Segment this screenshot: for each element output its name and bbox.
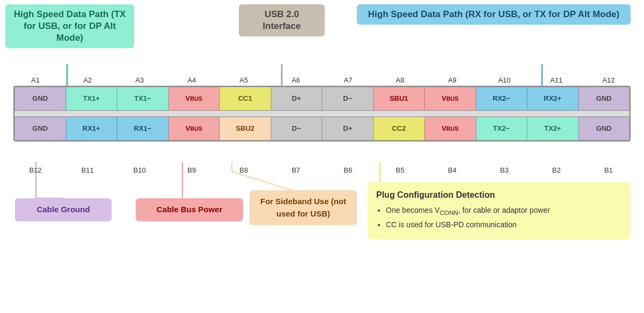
plug-bullet: One becomes VCONN, for cable or adaptor …	[386, 205, 622, 217]
top-pins-row: GNDTX1+TX1−VBUSCC1D+D−SBU1VBUSRX2−RX2+GN…	[14, 87, 630, 110]
pin-cell-bottom: D−	[271, 117, 323, 140]
pin-label-top: A9	[430, 76, 474, 84]
pin-label-bottom: B10	[118, 166, 162, 174]
sideband-box: For Sideband Use (not used for USB)	[250, 190, 357, 225]
pin-cell-bottom: VBUS	[169, 117, 220, 140]
connector-block: GNDTX1+TX1−VBUSCC1D+D−SBU1VBUSRX2−RX2+GN…	[13, 86, 631, 141]
pin-cell-bottom: SBU2	[219, 117, 271, 140]
pin-label-top: A2	[65, 76, 109, 84]
pin-cell-top: D+	[271, 87, 323, 110]
pin-cell-top: SBU1	[374, 87, 425, 110]
plug-config-title: Plug Configuration Detection	[376, 189, 622, 202]
pin-label-top: A4	[170, 76, 214, 84]
pin-label-bottom: B1	[587, 166, 631, 174]
pin-label-top: A7	[326, 76, 370, 84]
pin-cell-bottom: RX1−	[117, 117, 169, 140]
pin-cell-bottom: TX2+	[527, 117, 579, 140]
pin-cell-top: TX1−	[117, 87, 169, 110]
pin-label-top: A6	[274, 76, 318, 84]
pin-cell-top: TX1+	[66, 87, 118, 110]
top-label-right: High Speed Data Path (RX for USB, or TX …	[357, 4, 631, 25]
pin-label-top: A1	[13, 76, 57, 84]
pin-cell-top: RX2+	[527, 87, 579, 110]
pin-cell-top: RX2−	[476, 87, 528, 110]
top-label-center: USB 2.0 Interface	[239, 4, 325, 36]
pin-label-bottom: B11	[65, 166, 109, 174]
plug-config-list: One becomes VCONN, for cable or adaptor …	[376, 205, 622, 230]
pin-cell-bottom: RX1+	[66, 117, 118, 140]
pin-cell-top: VBUS	[425, 87, 476, 110]
pin-cell-top: GND	[579, 87, 630, 110]
pin-labels-top-row: A1A2A3A4A5A6A7A8A9A10A11A12	[13, 76, 631, 84]
pin-cell-bottom: GND	[579, 117, 630, 140]
pin-label-bottom: B4	[430, 166, 474, 174]
pin-label-bottom: B2	[535, 166, 579, 174]
pin-label-top: A8	[378, 76, 422, 84]
pin-label-bottom: B9	[170, 166, 214, 174]
pin-label-bottom: B7	[274, 166, 318, 174]
pin-cell-bottom: CC2	[374, 117, 425, 140]
pin-label-top: A3	[118, 76, 162, 84]
pin-cell-bottom: GND	[14, 117, 66, 140]
middle-divider	[14, 110, 630, 117]
bottom-pins-row: GNDRX1+RX1−VBUSSBU2D−D+CC2VBUSTX2−TX2+GN…	[14, 117, 630, 140]
pin-cell-top: GND	[14, 87, 66, 110]
pin-cell-bottom: D+	[322, 117, 374, 140]
pin-cell-top: CC1	[219, 87, 271, 110]
pin-label-top: A12	[587, 76, 631, 84]
cable-bus-power-box: Cable Bus Power	[136, 198, 243, 221]
svg-line-8	[232, 172, 301, 193]
pin-label-top: A11	[535, 76, 579, 84]
top-label-left: High Speed Data Path (TX for USB, or for…	[5, 4, 134, 48]
pin-cell-top: D−	[322, 87, 374, 110]
pin-label-bottom: B5	[378, 166, 422, 174]
pin-label-bottom: B6	[326, 166, 370, 174]
pin-cell-top: VBUS	[169, 87, 220, 110]
pin-cell-bottom: VBUS	[425, 117, 476, 140]
pin-label-top: A10	[482, 76, 526, 84]
pin-label-bottom: B12	[13, 166, 57, 174]
pin-label-top: A5	[222, 76, 266, 84]
diagram: High Speed Data Path (TX for USB, or for…	[0, 0, 644, 313]
plug-config-box: Plug Configuration Detection One becomes…	[368, 182, 631, 239]
pin-label-bottom: B3	[482, 166, 526, 174]
cable-ground-box: Cable Ground	[15, 198, 112, 221]
pin-labels-bottom-row: B12B11B10B9B8B7B6B5B4B3B2B1	[13, 166, 631, 174]
plug-bullet: CC is used for USB-PD communication	[386, 219, 622, 230]
pin-cell-bottom: TX2−	[476, 117, 528, 140]
pin-label-bottom: B8	[222, 166, 266, 174]
